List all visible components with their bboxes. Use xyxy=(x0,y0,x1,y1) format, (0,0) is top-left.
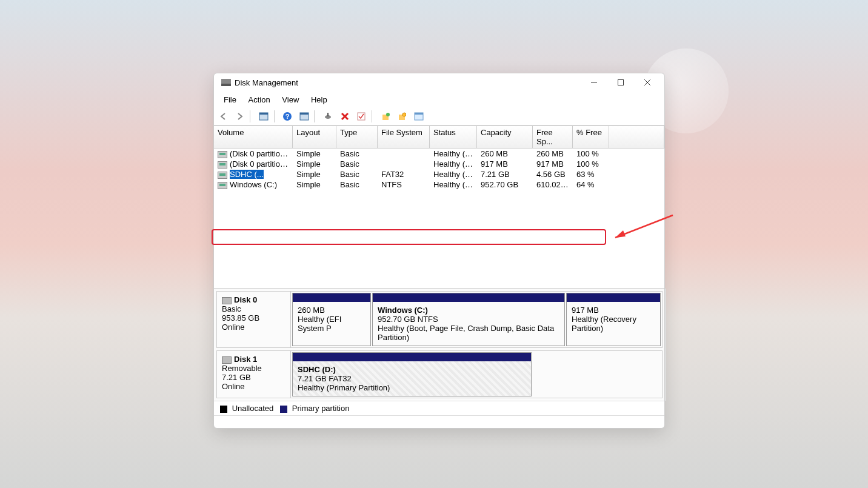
disk-info[interactable]: Disk 0Basic953.85 GBOnline xyxy=(217,292,291,347)
toolbar: ? xyxy=(214,109,664,125)
disk-icon xyxy=(222,297,232,304)
legend: Unallocated Primary partition xyxy=(214,401,664,415)
disk-management-window: Disk Management File Action View Help ? … xyxy=(213,73,665,429)
partition-block[interactable]: 260 MBHealthy (EFI System P xyxy=(292,293,371,346)
back-icon[interactable] xyxy=(216,110,230,122)
menubar: File Action View Help xyxy=(214,92,664,109)
svg-rect-5 xyxy=(259,113,268,115)
legend-primary: Primary partition xyxy=(292,404,350,413)
scrollbar[interactable] xyxy=(665,289,666,401)
volume-list: (Disk 0 partition 1)SimpleBasicHealthy (… xyxy=(214,149,664,288)
col-capacity[interactable]: Capacity xyxy=(477,126,533,148)
partition-block[interactable]: SDHC (D:)7.21 GB FAT32Healthy (Primary P… xyxy=(292,352,532,396)
volume-row[interactable]: SDHC (...SimpleBasicFAT32Healthy (P...7.… xyxy=(214,169,664,179)
col-type[interactable]: Type xyxy=(336,126,378,148)
titlebar[interactable]: Disk Management xyxy=(214,73,664,92)
disk-row: Disk 1Removable7.21 GBOnlineSDHC (D:)7.2… xyxy=(216,350,663,398)
disk-graphical-view: Disk 0Basic953.85 GBOnline260 MBHealthy … xyxy=(214,288,664,401)
partition-header xyxy=(373,293,564,302)
action1-icon[interactable] xyxy=(379,110,392,122)
minimize-button[interactable] xyxy=(581,73,607,92)
disk-icon xyxy=(222,356,232,364)
volume-row[interactable]: Windows (C:)SimpleBasicNTFSHealthy (B...… xyxy=(214,179,664,190)
volume-grid-header: Volume Layout Type File System Status Ca… xyxy=(214,125,664,149)
drive-icon xyxy=(218,182,227,189)
settings-icon[interactable] xyxy=(298,110,311,122)
close-button[interactable] xyxy=(634,73,661,92)
svg-point-18 xyxy=(402,113,406,116)
partition-header xyxy=(293,293,370,302)
disk-info[interactable]: Disk 1Removable7.21 GBOnline xyxy=(217,351,291,398)
svg-rect-14 xyxy=(358,113,365,120)
maximize-button[interactable] xyxy=(607,73,634,92)
drive-icon xyxy=(218,151,227,158)
disk-row: Disk 0Basic953.85 GBOnline260 MBHealthy … xyxy=(216,291,663,348)
partition-header xyxy=(293,353,531,361)
col-status[interactable]: Status xyxy=(430,126,477,148)
partition-block[interactable]: Windows (C:)952.70 GB NTFSHealthy (Boot,… xyxy=(372,293,565,346)
legend-unallocated: Unallocated xyxy=(232,404,274,413)
col-freespace[interactable]: Free Sp... xyxy=(533,126,573,148)
svg-rect-11 xyxy=(327,113,329,116)
partition-header xyxy=(567,293,660,302)
menu-view[interactable]: View xyxy=(277,93,304,107)
partition-block[interactable]: 917 MBHealthy (Recovery Partition) xyxy=(566,293,661,346)
properties-icon[interactable] xyxy=(355,110,368,122)
help-icon[interactable]: ? xyxy=(281,110,294,122)
forward-icon[interactable] xyxy=(233,110,247,122)
app-icon xyxy=(221,79,231,86)
col-pctfree[interactable]: % Free xyxy=(573,126,609,148)
col-filesystem[interactable]: File System xyxy=(378,126,430,148)
menu-action[interactable]: Action xyxy=(244,93,275,107)
action3-icon[interactable] xyxy=(412,110,426,122)
action2-icon[interactable] xyxy=(395,110,409,122)
svg-text:?: ? xyxy=(285,113,290,120)
legend-unallocated-icon xyxy=(220,406,227,413)
show-hide-icon[interactable] xyxy=(257,110,270,122)
volume-row[interactable]: (Disk 0 partition 4)SimpleBasicHealthy (… xyxy=(214,159,664,169)
volume-row[interactable]: (Disk 0 partition 1)SimpleBasicHealthy (… xyxy=(214,149,664,159)
col-layout[interactable]: Layout xyxy=(293,126,336,148)
delete-icon[interactable] xyxy=(338,110,352,122)
svg-rect-1 xyxy=(618,80,624,85)
statusbar xyxy=(214,415,664,428)
menu-file[interactable]: File xyxy=(219,93,241,107)
svg-point-16 xyxy=(386,113,390,116)
legend-primary-icon xyxy=(280,406,287,413)
window-title: Disk Management xyxy=(235,78,298,87)
drive-icon xyxy=(218,161,227,169)
svg-rect-20 xyxy=(415,113,423,115)
refresh-icon[interactable] xyxy=(321,110,335,122)
drive-icon xyxy=(218,172,227,179)
svg-rect-9 xyxy=(300,113,309,115)
menu-help[interactable]: Help xyxy=(306,93,332,107)
col-volume[interactable]: Volume xyxy=(214,126,293,148)
